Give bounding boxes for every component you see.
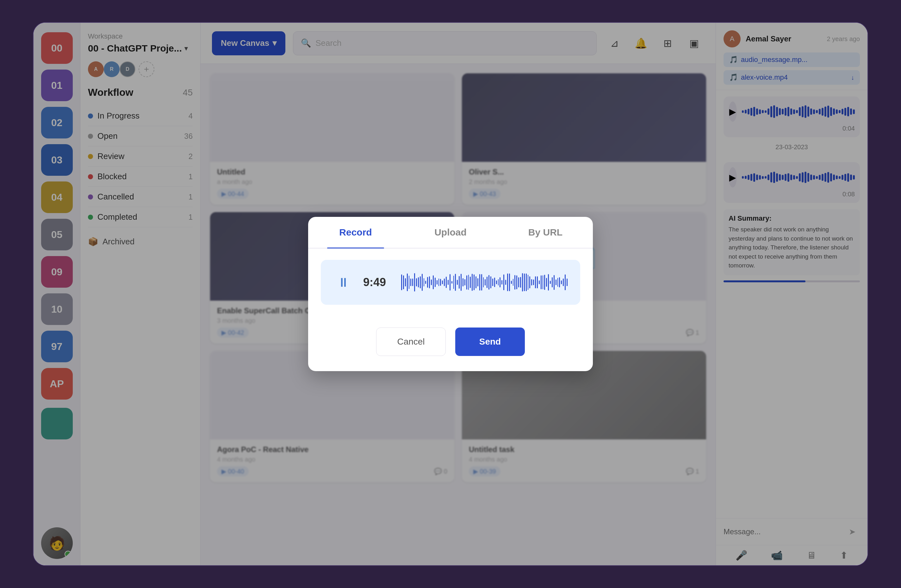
send-button[interactable]: Send bbox=[455, 328, 525, 356]
dialog-body: ⏸ 9:49 bbox=[308, 249, 593, 316]
pause-button[interactable]: ⏸ bbox=[334, 272, 354, 292]
audio-recording-area: ⏸ 9:49 bbox=[321, 260, 580, 305]
recording-waveform bbox=[401, 271, 567, 293]
dialog-actions: Cancel Send bbox=[308, 316, 593, 356]
recording-time: 9:49 bbox=[363, 276, 392, 289]
tab-upload[interactable]: Upload bbox=[403, 217, 498, 248]
cancel-button[interactable]: Cancel bbox=[376, 328, 446, 356]
record-dialog: Record Upload By URL ⏸ 9:49 Cancel Send bbox=[308, 217, 593, 371]
tab-record[interactable]: Record bbox=[308, 217, 403, 248]
dialog-tabs: Record Upload By URL bbox=[308, 217, 593, 249]
tab-byurl[interactable]: By URL bbox=[498, 217, 593, 248]
modal-overlay: Record Upload By URL ⏸ 9:49 Cancel Send bbox=[34, 23, 867, 565]
